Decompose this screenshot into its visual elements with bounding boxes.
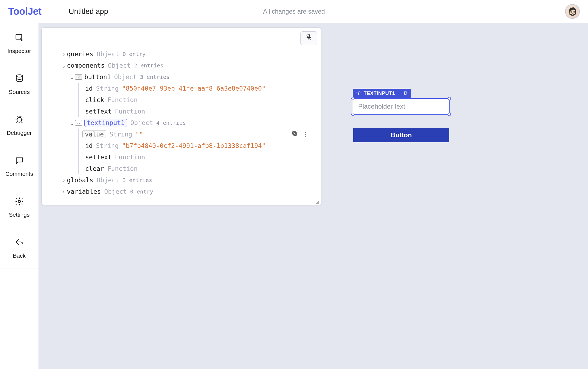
chevron-down-icon[interactable]: ⌄ (69, 74, 75, 80)
sidebar-item-sources[interactable]: Sources (0, 64, 38, 105)
avatar[interactable]: 🧔🏻 (565, 4, 580, 19)
chevron-right-icon[interactable]: › (61, 177, 67, 183)
tree-row-button1-click[interactable]: click Function (79, 94, 314, 106)
chevron-down-icon[interactable]: ⌄ (69, 120, 75, 126)
sidebar: Inspector Sources Debugger Comments Sett… (0, 23, 39, 369)
sidebar-item-label: Settings (9, 212, 30, 218)
resize-handle[interactable]: ◢ (315, 199, 319, 203)
svg-point-6 (358, 92, 359, 94)
canvas[interactable]: › queries Object 0 entry ⌄ components Ob… (39, 23, 588, 369)
more-icon[interactable]: ⋮ (302, 130, 309, 138)
tree-row-queries[interactable]: › queries Object 0 entry (48, 48, 314, 60)
tree-row-globals[interactable]: › globals Object 3 entries (48, 174, 314, 186)
tree-row-button1-settext[interactable]: setText Function (79, 106, 314, 117)
tree-row-textinput1-settext[interactable]: setText Function (79, 151, 314, 163)
svg-rect-4 (293, 132, 296, 135)
button-label: Button (391, 131, 412, 139)
tree-row-textinput1[interactable]: ⌄ ▭ textinput1 Object 4 entries (48, 117, 314, 129)
bug-icon (15, 115, 24, 126)
sidebar-item-comments[interactable]: Comments (0, 146, 38, 187)
textinput-component-icon: ▭ (75, 120, 82, 126)
pin-button[interactable] (300, 31, 317, 45)
component-label-text: TEXTINPUT1 (364, 91, 395, 96)
tree-row-textinput1-value[interactable]: value String "" ⋮ (79, 129, 314, 140)
tree-row-textinput1-clear[interactable]: clear Function (79, 163, 314, 174)
canvas-textinput-component[interactable]: TEXTINPUT1 Placeholder text (353, 89, 450, 115)
selection-handle[interactable] (448, 113, 451, 116)
copy-icon[interactable] (292, 130, 298, 138)
svg-point-2 (17, 117, 22, 122)
chevron-right-icon[interactable]: › (61, 51, 67, 57)
button-component-icon: OK (75, 74, 82, 80)
sidebar-item-debugger[interactable]: Debugger (0, 105, 38, 146)
sidebar-item-back[interactable]: Back (0, 228, 38, 269)
sidebar-item-settings[interactable]: Settings (0, 187, 38, 228)
app-title[interactable]: Untitled app (69, 7, 108, 16)
gear-icon[interactable] (356, 90, 361, 97)
logo[interactable]: ToolJet (8, 6, 41, 17)
saved-status: All changes are saved (263, 8, 325, 15)
selection-handle[interactable] (351, 97, 355, 100)
svg-point-1 (16, 75, 22, 77)
selection-handle[interactable] (351, 113, 355, 116)
placeholder-text: Placeholder text (358, 103, 405, 110)
tree-row-button1[interactable]: ⌄ OK button1 Object 3 entries (48, 71, 314, 83)
svg-point-3 (18, 200, 20, 203)
inspector-panel: › queries Object 0 entry ⌄ components Ob… (41, 27, 321, 205)
sidebar-item-label: Inspector (7, 48, 31, 54)
sidebar-item-label: Back (13, 252, 26, 259)
pin-off-icon (305, 34, 312, 43)
comment-icon (15, 156, 24, 167)
inspector-icon (15, 33, 24, 44)
svg-rect-5 (293, 132, 296, 135)
selection-handle[interactable] (448, 97, 451, 100)
chevron-right-icon[interactable]: › (61, 189, 67, 195)
gear-icon (15, 197, 24, 208)
tree-row-button1-id[interactable]: id String "850f40e7-93eb-41fe-aaf8-6a3e8… (79, 83, 314, 94)
header: ToolJet Untitled app All changes are sav… (0, 0, 588, 23)
sidebar-item-inspector[interactable]: Inspector (0, 23, 38, 64)
component-label[interactable]: TEXTINPUT1 (353, 89, 411, 98)
tree-row-components[interactable]: ⌄ components Object 2 entries (48, 60, 314, 71)
tree-row-variables[interactable]: › variables Object 0 entry (48, 186, 314, 197)
sidebar-item-label: Comments (5, 171, 33, 177)
tree-row-textinput1-id[interactable]: id String "b7fb4840-0cf2-4991-afb8-1b133… (79, 140, 314, 151)
sidebar-item-label: Sources (9, 89, 30, 95)
svg-rect-0 (16, 34, 22, 39)
trash-icon[interactable] (403, 90, 408, 97)
canvas-button-component[interactable]: Button (353, 128, 449, 142)
back-icon (15, 238, 24, 249)
chevron-down-icon[interactable]: ⌄ (61, 63, 67, 69)
inspector-tree: › queries Object 0 entry ⌄ components Ob… (48, 48, 314, 197)
textinput-field[interactable]: Placeholder text (353, 98, 450, 115)
sidebar-item-label: Debugger (7, 130, 32, 136)
database-icon (15, 74, 24, 85)
